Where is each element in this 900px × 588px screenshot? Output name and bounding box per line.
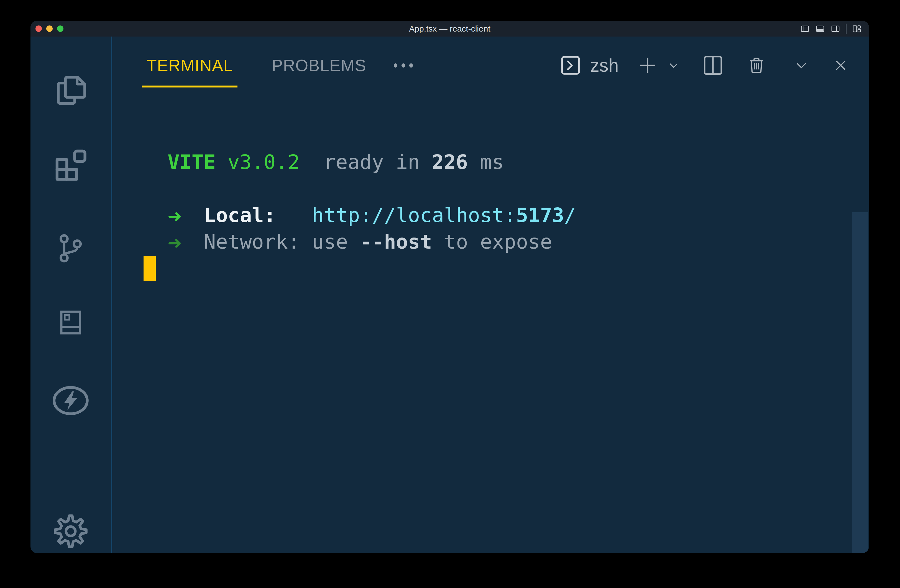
panel-tab-bar: TERMINAL PROBLEMS: [142, 37, 413, 94]
window-title: App.tsx — react-client: [31, 21, 869, 37]
tab-problems[interactable]: PROBLEMS: [267, 37, 371, 94]
terminal-content[interactable]: VITE v3.0.2 ready in 226 ms ➜ Local: htt…: [144, 122, 576, 282]
terminal-line: ➜ Local: http://localhost:5173/: [144, 202, 576, 228]
split-terminal-icon[interactable]: [701, 53, 725, 78]
thunder-client-icon[interactable]: [50, 380, 91, 421]
terminal-line: [144, 255, 576, 282]
terminal-box-icon: [559, 54, 582, 77]
titlebar: App.tsx — react-client: [31, 21, 869, 37]
settings-gear-icon[interactable]: [52, 513, 89, 550]
kill-terminal-trash-icon[interactable]: [746, 54, 767, 77]
extensions-icon[interactable]: [51, 145, 91, 185]
files-explorer-icon[interactable]: [52, 72, 89, 109]
tab-problems-label: PROBLEMS: [272, 56, 366, 75]
terminal-controls: zsh: [559, 37, 849, 94]
close-panel-icon[interactable]: [832, 57, 849, 74]
panel-chevron-down-icon[interactable]: [793, 57, 810, 74]
shell-picker-chevron-icon[interactable]: [666, 57, 681, 73]
tab-terminal-label: TERMINAL: [147, 56, 233, 75]
layout-sidebar-right-icon[interactable]: [830, 24, 840, 34]
more-actions-icon[interactable]: [394, 63, 413, 68]
terminal-line: [144, 175, 576, 202]
layout-sidebar-left-icon[interactable]: [800, 24, 810, 34]
layout-panel-bottom-icon[interactable]: [815, 24, 825, 34]
terminal-line: VITE v3.0.2 ready in 226 ms: [144, 149, 576, 175]
shell-name-label[interactable]: zsh: [590, 55, 619, 76]
titlebar-separator: [846, 23, 847, 34]
customize-layout-icon[interactable]: [852, 24, 862, 34]
terminal-line: ➜ Network: use --host to expose: [144, 228, 576, 255]
tab-terminal[interactable]: TERMINAL: [142, 37, 237, 94]
scrollbar-thumb[interactable]: [852, 212, 868, 553]
terminal-cursor: [144, 256, 156, 281]
desktop-background: { "window_title": "App.tsx — react-clien…: [0, 0, 900, 588]
app-window: App.tsx — react-client: [31, 21, 869, 553]
new-terminal-plus-icon[interactable]: [636, 54, 659, 76]
source-control-icon[interactable]: [54, 230, 87, 267]
activity-bar-divider: [111, 37, 112, 553]
activity-bar: [31, 37, 111, 553]
terminal-line: [144, 122, 576, 149]
remote-window-icon[interactable]: [55, 303, 86, 342]
